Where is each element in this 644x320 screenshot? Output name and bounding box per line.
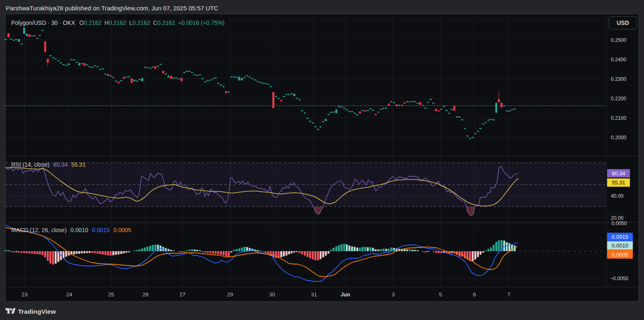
svg-text:0.0005: 0.0005 — [612, 252, 628, 258]
svg-text:27: 27 — [180, 291, 185, 298]
svg-text:24: 24 — [66, 291, 72, 298]
svg-text:29: 29 — [227, 291, 233, 298]
svg-text:0.0050: 0.0050 — [612, 221, 627, 226]
svg-text:ParshwaTurakhiya28 published o: ParshwaTurakhiya28 published on TradingV… — [6, 5, 219, 12]
svg-text:0.2000: 0.2000 — [611, 135, 626, 141]
svg-text:25: 25 — [108, 291, 114, 298]
svg-text:TradingView: TradingView — [18, 308, 56, 315]
svg-text:Polygon/USD · 30 · OKXO0.2162H: Polygon/USD · 30 · OKXO0.2162H0.2162L0.2… — [11, 19, 224, 26]
svg-text:0.2500: 0.2500 — [611, 37, 626, 43]
svg-text:MACD (12, 26, close)0.00100.00: MACD (12, 26, close)0.00100.00150.0005 — [11, 227, 131, 233]
svg-text:0.2400: 0.2400 — [611, 57, 626, 63]
svg-text:60.34: 60.34 — [612, 170, 625, 177]
svg-text:0.2100: 0.2100 — [611, 115, 626, 121]
svg-text:0.0015: 0.0015 — [612, 234, 628, 240]
svg-text:23: 23 — [22, 291, 27, 298]
svg-text:31: 31 — [311, 291, 317, 298]
svg-text:30: 30 — [269, 291, 275, 298]
svg-text:5: 5 — [439, 291, 442, 298]
svg-text:55.31: 55.31 — [612, 179, 625, 186]
svg-text:7: 7 — [507, 291, 510, 298]
svg-text:USD: USD — [617, 19, 629, 26]
svg-text:−0.0050: −0.0050 — [610, 276, 629, 281]
svg-text:0.0010: 0.0010 — [612, 242, 628, 249]
svg-text:0.2300: 0.2300 — [611, 76, 626, 82]
svg-text:40.00: 40.00 — [611, 193, 624, 199]
svg-text:20.00: 20.00 — [611, 215, 624, 221]
svg-text:RSI (14, close)60.3455.31: RSI (14, close)60.3455.31 — [11, 161, 86, 168]
svg-text:3: 3 — [391, 291, 394, 298]
svg-text:26: 26 — [143, 291, 148, 298]
svg-text:Jun: Jun — [340, 291, 350, 298]
svg-text:0.2200: 0.2200 — [611, 96, 626, 102]
svg-text:6: 6 — [473, 291, 476, 298]
